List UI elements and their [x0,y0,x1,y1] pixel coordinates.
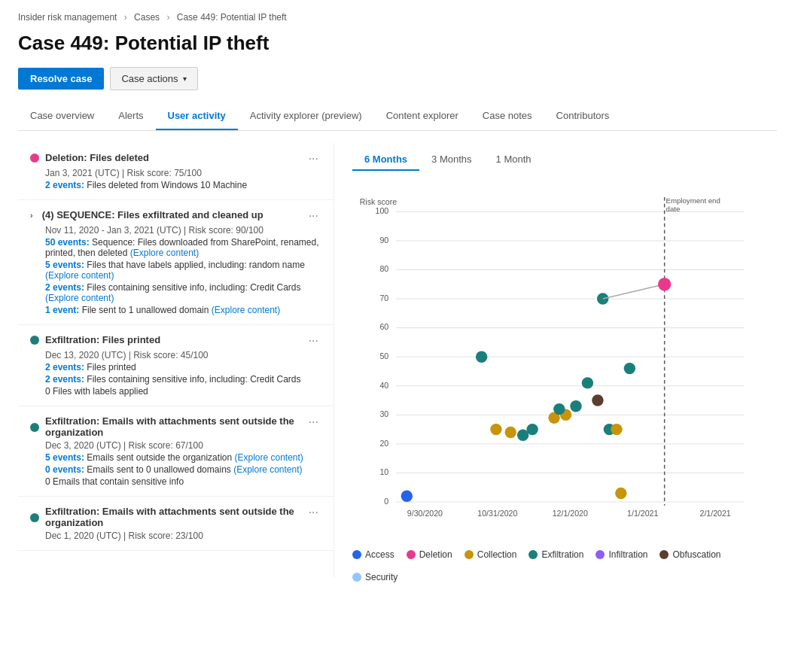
activity-title-4: Exfiltration: Emails with attachments se… [45,415,306,438]
svg-text:Employment end: Employment end [666,196,720,205]
activity-item-2: › (4) SEQUENCE: Files exfiltrated and cl… [18,200,334,325]
legend-label-access: Access [365,549,394,560]
svg-text:40: 40 [379,381,388,390]
datapoint-exfilt-4 [553,403,565,415]
activity-detail-3c: 0 Files with labels applied [45,386,321,397]
legend-dot-collection [465,550,474,559]
legend-collection: Collection [465,549,517,560]
activity-item-4: Exfiltration: Emails with attachments se… [18,406,334,497]
activity-detail-4a: 5 events: Emails sent outside the organi… [45,452,321,463]
activity-meta-1: Jan 3, 2021 (UTC) | Risk score: 75/100 [45,168,321,178]
activity-dot-4 [30,423,39,432]
activity-item-3: Exfiltration: Files printed ··· Dec 13, … [18,325,334,406]
resolve-case-button[interactable]: Resolve case [18,68,104,90]
svg-text:100: 100 [376,206,389,215]
activity-detail-2c: 2 events: Files containing sensitive inf… [45,282,321,303]
tab-activity-explorer[interactable]: Activity explorer (preview) [238,102,374,130]
datapoint-exfilt-3 [526,424,538,435]
activity-more-4[interactable]: ··· [306,415,321,429]
svg-text:80: 80 [379,264,388,273]
chart-panel: 6 Months 3 Months 1 Month Risk score [334,143,777,577]
explore-link-2d[interactable]: (Explore content) [212,305,280,315]
activity-more-3[interactable]: ··· [306,334,321,348]
tab-user-activity[interactable]: User activity [156,102,238,130]
case-actions-button[interactable]: Case actions ▾ [110,67,197,90]
activity-detail-4b: 0 events: Emails sent to 0 unallowed dom… [45,464,321,475]
explore-link-2b[interactable]: (Explore content) [45,270,114,281]
tab-case-notes[interactable]: Case notes [471,102,544,130]
svg-text:50: 50 [379,351,388,360]
datapoint-obfusc-1 [592,394,603,406]
activity-title-3: Exfiltration: Files printed [45,334,160,345]
activity-detail-3a: 2 events: Files printed [45,362,321,372]
datapoint-coll-5 [611,424,622,435]
svg-text:20: 20 [379,439,388,448]
datapoint-coll-6 [615,488,626,499]
svg-text:60: 60 [379,323,388,332]
activity-meta-2: Nov 11, 2020 - Jan 3, 2021 (UTC) | Risk … [45,225,321,236]
activity-meta-4: Dec 3, 2020 (UTC) | Risk score: 67/100 [45,440,321,451]
legend-label-collection: Collection [477,549,517,560]
datapoint-exfilt-8 [624,363,635,374]
activity-more-1[interactable]: ··· [306,152,321,166]
activity-dot-5 [30,513,39,522]
legend-dot-access [352,550,361,559]
svg-text:12/1/2020: 12/1/2020 [553,509,588,518]
svg-text:90: 90 [379,236,388,245]
activity-detail-2d: 1 event: File sent to 1 unallowed domain… [45,305,321,315]
activity-more-2[interactable]: ··· [306,209,321,223]
datapoint-exfilt-1 [476,351,487,362]
activity-detail-3b: 2 events: Files containing sensitive inf… [45,374,321,385]
chart-area: Risk score 0 [352,180,759,571]
activity-detail-2b: 5 events: Files that have labels applied… [45,260,321,281]
page-container: Insider risk management › Cases › Case 4… [0,0,795,589]
datapoint-access-1 [401,491,413,502]
risk-score-chart: Risk score 0 [352,180,759,541]
activity-more-5[interactable]: ··· [306,506,321,519]
tab-case-overview[interactable]: Case overview [18,102,106,130]
time-range-tabs: 6 Months 3 Months 1 Month [352,149,759,171]
tab-alerts[interactable]: Alerts [106,102,155,130]
activity-dot-1 [30,154,39,163]
datapoint-exfilt-5 [570,400,581,412]
y-axis-label: Risk score [360,197,398,206]
activity-meta-5: Dec 1, 2020 (UTC) | Risk score: 23/100 [45,531,321,541]
activity-meta-3: Dec 13, 2020 (UTC) | Risk score: 45/100 [45,350,321,360]
breadcrumb-item-1[interactable]: Insider risk management [18,12,117,23]
breadcrumb-item-3: Case 449: Potential IP theft [177,12,287,23]
breadcrumb-item-2[interactable]: Cases [134,12,160,23]
breadcrumb: Insider risk management › Cases › Case 4… [18,12,777,23]
activity-detail-1: 2 events: Files deleted from Windows 10 … [45,180,321,190]
expand-icon-2[interactable]: › [30,211,33,220]
explore-link-4b[interactable]: (Explore content) [233,464,302,475]
svg-text:10/31/2020: 10/31/2020 [477,509,517,518]
time-tab-1month[interactable]: 1 Month [484,149,544,171]
activity-item-1: Deletion: Files deleted ··· Jan 3, 2021 … [18,143,334,200]
tab-contributors[interactable]: Contributors [544,102,622,130]
svg-text:2/1/2021: 2/1/2021 [700,509,731,518]
legend-dot-infiltration [595,550,605,559]
svg-line-30 [603,284,665,299]
activity-detail-4c: 0 Emails that contain sensitive info [45,476,321,487]
explore-link-2c[interactable]: (Explore content) [45,293,114,303]
activity-title-1: Deletion: Files deleted [45,152,149,163]
main-tabs: Case overview Alerts User activity Activ… [18,102,777,131]
svg-text:70: 70 [379,293,388,303]
legend-dot-obfuscation [659,550,669,559]
time-tab-6months[interactable]: 6 Months [352,149,419,171]
legend-label-security: Security [365,572,398,582]
activity-title-5: Exfiltration: Emails with attachments se… [45,506,306,528]
legend-access: Access [352,549,394,560]
svg-text:9/30/2020: 9/30/2020 [407,509,443,518]
tab-content-explorer[interactable]: Content explorer [374,102,471,130]
svg-text:10: 10 [379,467,388,476]
explore-link-4a[interactable]: (Explore content) [234,452,303,463]
explore-link-2a[interactable]: (Explore content) [130,248,199,258]
legend-label-obfuscation: Obfuscation [672,549,720,560]
chevron-down-icon: ▾ [183,74,187,83]
breadcrumb-sep-1: › [124,12,127,23]
legend-security: Security [352,572,398,582]
time-tab-3months[interactable]: 3 Months [419,149,483,171]
svg-text:date: date [666,205,681,213]
action-buttons: Resolve case Case actions ▾ [18,67,777,90]
